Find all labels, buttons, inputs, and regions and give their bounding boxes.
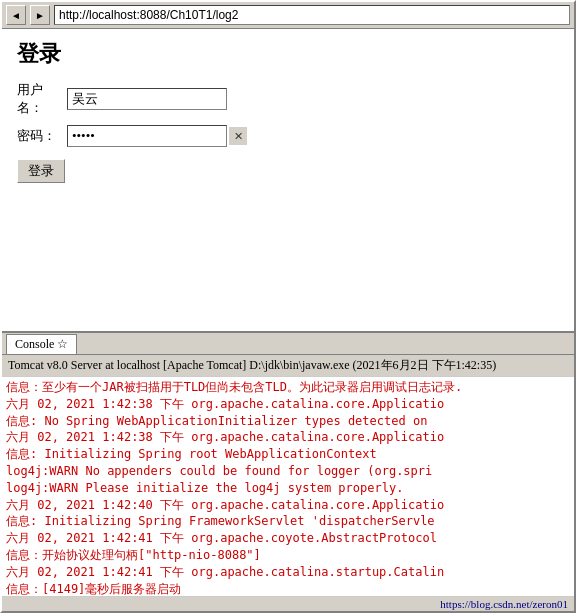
clear-password-button[interactable]: ✕ — [229, 127, 247, 145]
console-line: log4j:WARN No appenders could be found f… — [6, 463, 570, 480]
login-button[interactable]: 登录 — [17, 159, 65, 183]
console-footer[interactable]: https://blog.csdn.net/zeron01 — [2, 596, 574, 611]
console-line: 信息: Initializing Spring root WebApplicat… — [6, 446, 570, 463]
console-line: log4j:WARN Please initialize the log4j s… — [6, 480, 570, 497]
console-line: 信息: Initializing Spring FrameworkServlet… — [6, 513, 570, 530]
console-line: 信息：开始协议处理句柄["http-nio-8088"] — [6, 547, 570, 564]
main-content: 登录 用户名： 密码： ✕ 登录 — [2, 29, 574, 331]
forward-button[interactable]: ► — [30, 5, 50, 25]
main-window: ◄ ► 登录 用户名： 密码： ✕ 登录 Console ☆ Tomcat v8… — [0, 0, 576, 613]
back-button[interactable]: ◄ — [6, 5, 26, 25]
console-tab[interactable]: Console ☆ — [6, 334, 77, 354]
address-bar: ◄ ► — [2, 2, 574, 29]
console-line: 信息：[4149]毫秒后服务器启动 — [6, 581, 570, 596]
password-group: 密码： ✕ — [17, 125, 559, 147]
password-input[interactable] — [67, 125, 227, 147]
username-input[interactable] — [67, 88, 227, 110]
console-header: Tomcat v8.0 Server at localhost [Apache … — [2, 355, 574, 377]
address-input[interactable] — [54, 5, 570, 25]
page-title: 登录 — [17, 39, 559, 69]
console-line: 信息：至少有一个JAR被扫描用于TLD但尚未包含TLD。为此记录器启用调试日志记… — [6, 379, 570, 396]
console-line: 信息: No Spring WebApplicationInitializer … — [6, 413, 570, 430]
console-panel: Console ☆ Tomcat v8.0 Server at localhos… — [2, 331, 574, 611]
username-group: 用户名： — [17, 81, 559, 117]
username-label: 用户名： — [17, 81, 67, 117]
console-line: 六月 02, 2021 1:42:41 下午 org.apache.coyote… — [6, 530, 570, 547]
password-label: 密码： — [17, 127, 67, 145]
console-tab-bar: Console ☆ — [2, 333, 574, 355]
console-line: 六月 02, 2021 1:42:38 下午 org.apache.catali… — [6, 396, 570, 413]
console-line: 六月 02, 2021 1:42:41 下午 org.apache.catali… — [6, 564, 570, 581]
console-output: 信息：至少有一个JAR被扫描用于TLD但尚未包含TLD。为此记录器启用调试日志记… — [2, 377, 574, 596]
console-line: 六月 02, 2021 1:42:38 下午 org.apache.catali… — [6, 429, 570, 446]
console-line: 六月 02, 2021 1:42:40 下午 org.apache.catali… — [6, 497, 570, 514]
